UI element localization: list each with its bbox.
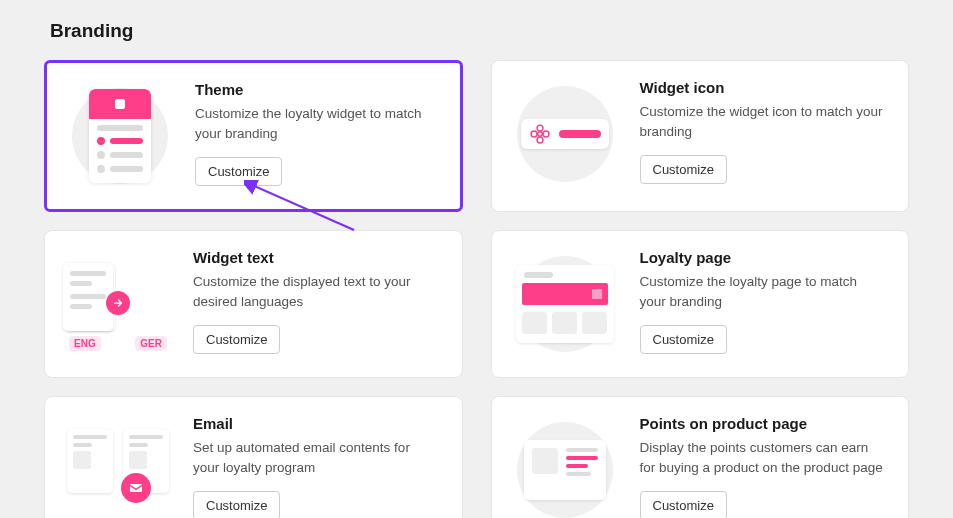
card-loyalty-page-desc: Customize the loyalty page to match your… [640,272,887,311]
card-loyalty-page-title: Loyalty page [640,249,887,266]
card-widget-text-desc: Customize the displayed text to your des… [193,272,440,311]
customize-theme-button[interactable]: Customize [195,157,282,186]
points-graphic [510,415,620,518]
card-email: Email Set up automated email contents fo… [44,396,463,518]
customize-email-button[interactable]: Customize [193,491,280,518]
arrow-right-icon [106,291,130,315]
customize-widget-icon-button[interactable]: Customize [640,155,727,184]
card-widget-text-title: Widget text [193,249,440,266]
svg-rect-5 [130,484,142,492]
loyalty-page-graphic [510,249,620,359]
card-points-title: Points on product page [640,415,887,432]
card-widget-icon-title: Widget icon [640,79,887,96]
email-graphic [63,415,173,518]
card-email-desc: Set up automated email contents for your… [193,438,440,477]
theme-graphic [65,81,175,191]
card-theme-title: Theme [195,81,438,98]
card-theme: Theme Customize the loyalty widget to ma… [44,60,463,212]
card-email-title: Email [193,415,440,432]
card-widget-icon-desc: Customize the widget icon to match your … [640,102,887,141]
svg-point-3 [531,131,537,137]
card-loyalty-page: Loyalty page Customize the loyalty page … [491,230,910,378]
card-points: Points on product page Display the point… [491,396,910,518]
widget-text-graphic: ENG GER [63,249,173,359]
card-theme-desc: Customize the loyalty widget to match yo… [195,104,438,143]
branding-cards-grid: Theme Customize the loyalty widget to ma… [0,60,953,518]
widget-icon-graphic [510,79,620,189]
card-widget-icon: Widget icon Customize the widget icon to… [491,60,910,212]
mail-icon [121,473,151,503]
lang-tag-right: GER [135,336,167,351]
customize-points-button[interactable]: Customize [640,491,727,518]
flower-icon [529,123,551,145]
customize-widget-text-button[interactable]: Customize [193,325,280,354]
page-title: Branding [0,0,953,60]
svg-point-4 [543,131,549,137]
svg-point-1 [537,125,543,131]
svg-point-2 [537,137,543,143]
lang-tag-left: ENG [69,336,101,351]
customize-loyalty-page-button[interactable]: Customize [640,325,727,354]
card-points-desc: Display the points customers can earn fo… [640,438,887,477]
svg-point-0 [537,132,541,136]
card-widget-text: ENG GER Widget text Customize the displa… [44,230,463,378]
